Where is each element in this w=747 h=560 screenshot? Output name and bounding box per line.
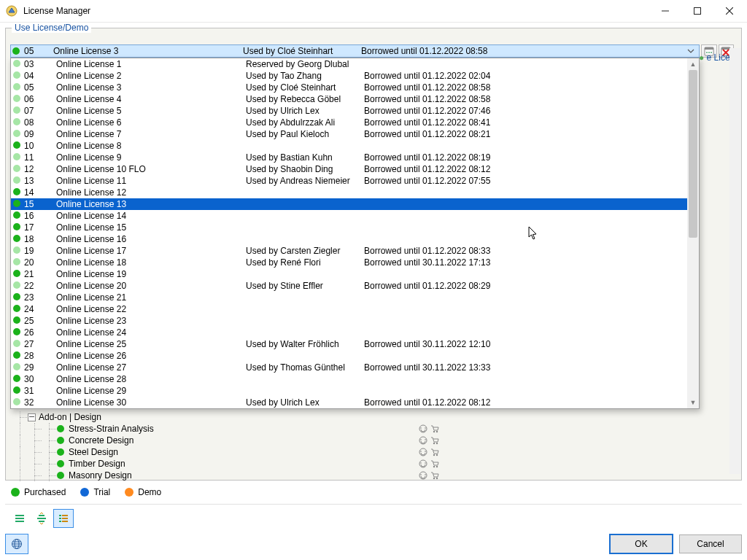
license-row[interactable]: 22Online License 20Used by Stine EfflerB… (11, 280, 687, 292)
window-title: License Manager (23, 6, 649, 16)
tree-node-addon-design[interactable]: Add-on | Design (13, 411, 732, 423)
status-dot-icon (11, 351, 23, 361)
info-icon[interactable] (419, 459, 430, 468)
license-row[interactable]: 25Online License 23 (11, 315, 687, 327)
license-row[interactable]: 30Online License 28 (11, 373, 687, 385)
status-dot-icon (11, 339, 23, 349)
row-user: Used by Tao Zhang (246, 71, 364, 81)
tree-leaf[interactable]: Masonry Design (13, 470, 732, 481)
legend: Purchased Trial Demo (5, 481, 742, 505)
license-row[interactable]: 27Online License 25Used by Walter Fröhli… (11, 338, 687, 350)
row-name: Online License 5 (53, 106, 246, 116)
license-row[interactable]: 07Online License 5Used by Ulrich LexBorr… (11, 105, 687, 117)
status-dot-icon (11, 46, 24, 56)
row-number: 07 (23, 106, 53, 116)
status-dot-icon (11, 386, 23, 396)
license-listbox[interactable]: 03Online License 1Reserved by Georg Dlub… (10, 58, 700, 409)
status-dot-icon (11, 59, 23, 69)
tree-leaf[interactable]: Timber Design (13, 458, 732, 470)
license-row[interactable]: 12Online License 10 FLOUsed by Shaobin D… (11, 163, 687, 175)
row-name: Online License 22 (53, 304, 246, 314)
license-row[interactable]: 03Online License 1Reserved by Georg Dlub… (11, 58, 687, 70)
license-row[interactable]: 31Online License 29 (11, 385, 687, 397)
license-row[interactable]: 19Online License 17Used by Carsten Ziegl… (11, 245, 687, 257)
view-toolbar (5, 505, 742, 532)
expand-all-button[interactable] (9, 509, 30, 528)
license-panel: Use License/Demo 05 Online License 3 Use… (5, 28, 742, 481)
collapse-icon[interactable] (28, 413, 36, 421)
vertical-scrollbar[interactable]: ▲ ▼ (687, 58, 699, 408)
maximize-button[interactable] (681, 1, 713, 21)
cart-icon[interactable] (430, 459, 442, 468)
cart-icon[interactable] (430, 471, 442, 480)
scroll-track[interactable] (687, 70, 699, 397)
row-borrow: Borrowed until 01.12.2022 08:41 (364, 117, 583, 128)
scroll-thumb[interactable] (689, 70, 697, 238)
row-user: Used by Shaobin Ding (246, 164, 364, 174)
row-borrow: Borrowed until 01.12.2022 08:12 (364, 164, 583, 174)
row-number: 05 (23, 82, 53, 93)
license-row[interactable]: 17Online License 15 (11, 222, 687, 233)
license-row[interactable]: 23Online License 21 (11, 292, 687, 303)
license-row[interactable]: 14Online License 12 (11, 187, 687, 198)
license-row[interactable]: 20Online License 18Used by René FloriBor… (11, 257, 687, 268)
license-row[interactable]: 21Online License 19 (11, 268, 687, 280)
license-row[interactable]: 11Online License 9Used by Bastian KuhnBo… (11, 152, 687, 163)
language-button[interactable] (5, 534, 28, 554)
combo-user: Used by Cloé Steinhart (243, 46, 361, 56)
license-row[interactable]: 13Online License 11Used by Andreas Nieme… (11, 175, 687, 187)
ok-button[interactable]: OK (609, 534, 673, 554)
row-number: 10 (23, 141, 53, 151)
row-number: 30 (23, 374, 53, 384)
info-icon[interactable] (419, 436, 430, 445)
tree-vertical-scrollbar[interactable] (729, 48, 741, 474)
cart-icon[interactable] (430, 424, 442, 433)
addon-tree[interactable]: Add-on | Design Stress-Strain AnalysisCo… (13, 411, 732, 481)
chevron-down-icon[interactable] (687, 47, 699, 55)
tree-leaf[interactable]: Stress-Strain Analysis (13, 423, 732, 435)
info-icon[interactable] (419, 448, 430, 456)
cart-icon[interactable] (430, 436, 442, 445)
info-icon[interactable] (419, 424, 430, 433)
license-combobox[interactable]: 05 Online License 3 Used by Cloé Steinha… (10, 44, 700, 58)
license-row[interactable]: 05Online License 3Used by Cloé Steinhart… (11, 82, 687, 93)
status-dot-icon (11, 304, 23, 314)
cancel-button[interactable]: Cancel (679, 534, 742, 553)
license-row[interactable]: 08Online License 6Used by Abdulrzzak Ali… (11, 117, 687, 128)
tree-leaf-label: Stress-Strain Analysis (69, 424, 419, 434)
tree-leaf[interactable]: Steel Design (13, 446, 732, 458)
license-row[interactable]: 24Online License 22 (11, 303, 687, 315)
combo-name: Online License 3 (53, 46, 243, 56)
scroll-up-icon[interactable]: ▲ (687, 58, 699, 70)
license-row[interactable]: 29Online License 27Used by Thomas Günthe… (11, 362, 687, 373)
license-row[interactable]: 06Online License 4Used by Rebecca GöbelB… (11, 93, 687, 105)
license-row[interactable]: 32Online License 30Used by Ulrich LexBor… (11, 397, 687, 408)
license-row[interactable]: 28Online License 26 (11, 350, 687, 362)
license-row[interactable]: 09Online License 7Used by Paul KielochBo… (11, 128, 687, 140)
license-row[interactable]: 04Online License 2Used by Tao ZhangBorro… (11, 70, 687, 82)
row-name: Online License 18 (53, 257, 246, 268)
svg-rect-45 (59, 515, 61, 516)
scroll-down-icon[interactable]: ▼ (687, 397, 699, 408)
row-number: 14 (23, 187, 53, 198)
collapse-all-button[interactable] (31, 509, 52, 528)
status-dot-icon (11, 199, 23, 209)
close-button[interactable] (713, 1, 746, 21)
status-dot-icon (11, 234, 23, 244)
row-number: 08 (23, 117, 53, 128)
license-row[interactable]: 26Online License 24 (11, 327, 687, 338)
list-view-button[interactable] (53, 509, 74, 528)
tree-leaf[interactable]: Concrete Design (13, 435, 732, 446)
row-name: Online License 30 (53, 397, 246, 408)
license-row[interactable]: 10Online License 8 (11, 140, 687, 152)
info-icon[interactable] (419, 471, 430, 480)
cart-icon[interactable] (430, 448, 442, 456)
status-dot-icon (11, 141, 23, 151)
license-row[interactable]: 15Online License 13 (11, 198, 687, 210)
minimize-button[interactable] (649, 1, 681, 21)
license-row[interactable]: 18Online License 16 (11, 233, 687, 245)
status-dot-icon (11, 129, 23, 139)
status-dot-icon (11, 71, 23, 81)
license-row[interactable]: 16Online License 14 (11, 210, 687, 222)
status-dot-icon (11, 269, 23, 279)
